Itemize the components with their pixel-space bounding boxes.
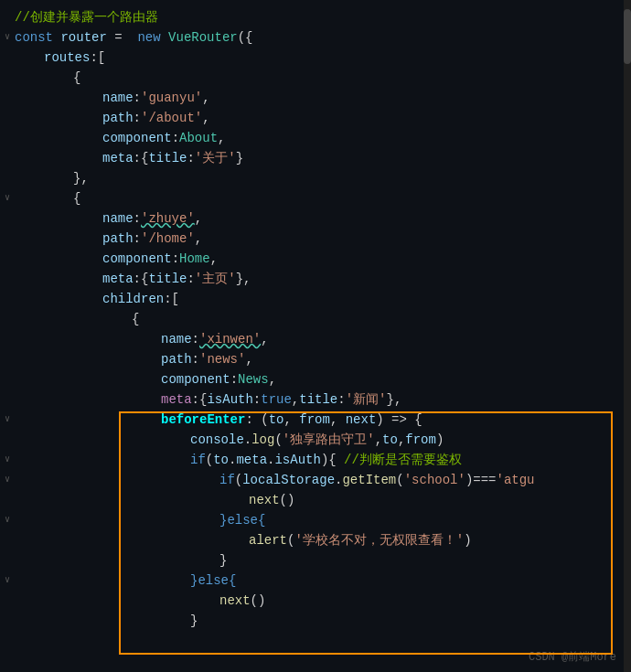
line-1: //创建并暴露一个路由器 <box>0 7 631 27</box>
next-line: next() <box>15 490 294 510</box>
line-19: component:News, <box>0 369 631 389</box>
line-20: meta:{isAuth:true,title:'新闻'}, <box>0 389 631 410</box>
else-open: }else{ <box>15 510 265 530</box>
fold-26[interactable]: ∨ <box>0 510 15 530</box>
fold-23[interactable]: ∨ <box>0 450 15 470</box>
line-29: ∨ }else{ <box>0 571 631 591</box>
line-11: name:'zhuye', <box>0 208 631 229</box>
close-brace-comma: }, <box>15 168 89 188</box>
line-23: ∨ if(to.meta.isAuth){ //判断是否需要鉴权 <box>0 450 631 470</box>
line-13: component:Home, <box>0 249 631 269</box>
line-9: }, <box>0 168 631 188</box>
brace-open-3: { <box>15 309 139 329</box>
component-about: component:About, <box>15 128 225 148</box>
close-brace-2: } <box>15 611 198 631</box>
line-16: { <box>0 309 631 329</box>
console-log-line: console.log('独享路由守卫',to,from) <box>15 430 444 450</box>
name-zhuye: name:'zhuye', <box>15 208 202 229</box>
line-2: ∨ const router = new VueRouter({ <box>0 27 631 48</box>
line-8: meta:{title:'关于'} <box>0 148 631 168</box>
path-news: path:'news', <box>15 349 253 369</box>
line-25: next() <box>0 490 631 510</box>
if-localstorage-line: if(localStorage.getItem('school')==='atg… <box>15 470 535 490</box>
close-brace-1: } <box>15 550 227 571</box>
comment-text: //创建并暴露一个路由器 <box>15 7 158 27</box>
line-12: path:'/home', <box>0 229 631 249</box>
children-open: children:[ <box>15 289 179 309</box>
line-22: console.log('独享路由守卫',to,from) <box>0 430 631 450</box>
name-xinwen: name:'xinwen', <box>15 329 269 349</box>
component-home: component:Home, <box>15 249 218 269</box>
line-18: path:'news', <box>0 349 631 369</box>
line-14: meta:{title:'主页'}, <box>0 269 631 289</box>
meta-home: meta:{title:'主页'}, <box>15 269 251 289</box>
if-tometa-line: if(to.meta.isAuth){ //判断是否需要鉴权 <box>15 450 462 470</box>
line-6: path:'/about', <box>0 108 631 128</box>
line-10: ∨ { <box>0 188 631 208</box>
component-news: component:News, <box>15 369 276 389</box>
brace-open-1: { <box>15 68 80 88</box>
meta-xinwen: meta:{isAuth:true,title:'新闻'}, <box>15 389 401 410</box>
next-line-2: next() <box>15 591 265 611</box>
line-30: next() <box>0 591 631 611</box>
line-28: } <box>0 550 631 571</box>
fold-2[interactable]: ∨ <box>0 27 15 48</box>
code-container: //创建并暴露一个路由器 ∨ const router = new VueRou… <box>0 0 631 672</box>
fold-10[interactable]: ∨ <box>0 188 15 208</box>
routes-open: routes:[ <box>15 48 105 68</box>
path-about: path:'/about', <box>15 108 210 128</box>
fold-21[interactable]: ∨ <box>0 410 15 430</box>
line-5: name:'guanyu', <box>0 88 631 108</box>
beforeenter-line: beforeEnter: (to, from, next) => { <box>15 410 422 430</box>
const-keyword: const router = new VueRouter({ <box>15 27 253 48</box>
brace-open-2: { <box>15 188 80 208</box>
line-21: ∨ beforeEnter: (to, from, next) => { <box>0 410 631 430</box>
else-main: }else{ <box>15 571 236 591</box>
line-24: ∨ if(localStorage.getItem('school')==='a… <box>0 470 631 490</box>
line-15: children:[ <box>0 289 631 309</box>
line-26: ∨ }else{ <box>0 510 631 530</box>
line-27: alert('学校名不对，无权限查看！') <box>0 530 631 550</box>
meta-guanyu: meta:{title:'关于'} <box>15 148 243 168</box>
scrollbar[interactable] <box>624 0 631 672</box>
name-guanyu: name:'guanyu', <box>15 88 210 108</box>
line-17: name:'xinwen', <box>0 329 631 349</box>
fold-29[interactable]: ∨ <box>0 571 15 591</box>
alert-line: alert('学校名不对，无权限查看！') <box>15 530 472 550</box>
line-4: { <box>0 68 631 88</box>
line-31: } <box>0 611 631 631</box>
fold-24[interactable]: ∨ <box>0 470 15 490</box>
scrollbar-thumb[interactable] <box>624 9 631 64</box>
path-home: path:'/home', <box>15 229 202 249</box>
line-7: component:About, <box>0 128 631 148</box>
line-3: routes:[ <box>0 48 631 68</box>
watermark: CSDN @前端More <box>529 649 616 665</box>
